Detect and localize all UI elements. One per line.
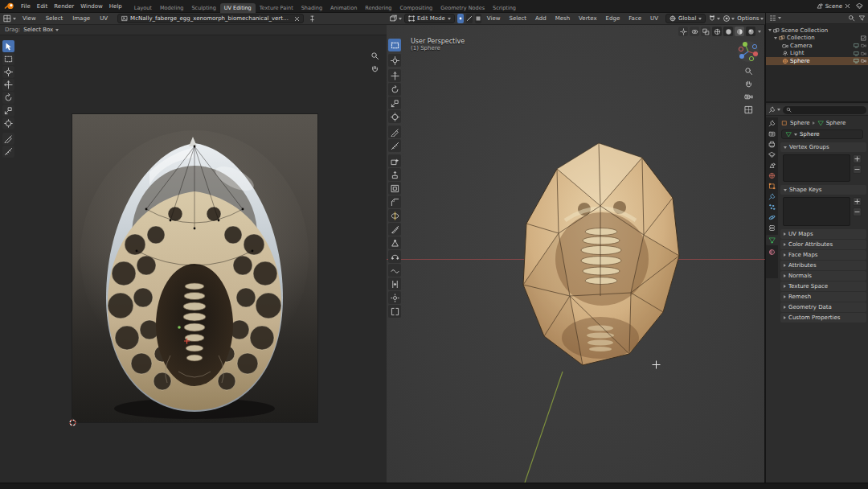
vp-menu-vertex[interactable]: Vertex bbox=[575, 15, 600, 22]
tool-add-cube[interactable] bbox=[388, 154, 401, 167]
mode-dropdown[interactable]: Edit Mode bbox=[404, 14, 455, 23]
tool-move[interactable] bbox=[388, 69, 401, 82]
shape-keys-list[interactable] bbox=[783, 197, 850, 226]
tool-annotate[interactable] bbox=[388, 125, 401, 138]
tool-move[interactable] bbox=[2, 79, 14, 91]
panel-header-uv-maps[interactable]: UV Maps bbox=[780, 229, 866, 239]
image-pin-icon[interactable] bbox=[309, 15, 316, 23]
tool-poly-build[interactable] bbox=[388, 236, 401, 249]
options-dropdown[interactable]: Options bbox=[737, 15, 764, 22]
tab-view-layer-icon[interactable] bbox=[768, 151, 776, 158]
snapping-控[interactable] bbox=[708, 14, 720, 23]
vp-menu-face[interactable]: Face bbox=[625, 15, 645, 22]
gizmos-toggle-icon[interactable] bbox=[678, 27, 688, 36]
mesh-name-field[interactable]: Sphere bbox=[781, 129, 863, 139]
tool-inset-faces[interactable] bbox=[388, 182, 401, 195]
panel-header-attributes[interactable]: Attributes bbox=[780, 261, 866, 270]
workspace-tab-sculpting[interactable]: Sculpting bbox=[187, 3, 219, 13]
pan-hand-icon[interactable] bbox=[369, 63, 381, 75]
render-visibility-icon[interactable] bbox=[861, 43, 866, 48]
snap-magnet-icon[interactable] bbox=[708, 14, 716, 23]
proportional-editing-control[interactable] bbox=[723, 14, 735, 23]
uv-canvas[interactable] bbox=[0, 35, 387, 483]
workspace-tab-compositing[interactable]: Compositing bbox=[395, 3, 436, 13]
drag-tool-dropdown[interactable]: Select Box bbox=[23, 27, 59, 33]
panel-header-shape-keys[interactable]: Shape Keys bbox=[780, 185, 866, 195]
uv-menu-image[interactable]: Image bbox=[69, 15, 93, 22]
vp-menu-add[interactable]: Add bbox=[532, 15, 550, 22]
breadcrumb-object[interactable]: Sphere bbox=[790, 120, 810, 126]
tab-material-icon[interactable] bbox=[768, 249, 776, 256]
filter-icon[interactable] bbox=[858, 14, 866, 22]
add-vertex-group-button[interactable] bbox=[853, 154, 862, 163]
tool-measure[interactable] bbox=[2, 146, 14, 158]
visibility-screen-icon[interactable] bbox=[854, 58, 859, 64]
tool-measure[interactable] bbox=[388, 139, 401, 152]
visibility-screen-icon[interactable] bbox=[854, 43, 859, 48]
tool-select-box[interactable] bbox=[388, 39, 401, 51]
tool-rotate[interactable] bbox=[2, 92, 14, 104]
workspace-tab-animation[interactable]: Animation bbox=[326, 3, 361, 13]
panel-header-custom-properties[interactable]: Custom Properties bbox=[780, 313, 866, 323]
uv-2d-cursor-icon[interactable] bbox=[68, 417, 78, 428]
tool-shrink-fatten[interactable] bbox=[388, 291, 401, 304]
editor-type-button[interactable] bbox=[769, 14, 781, 22]
menu-help[interactable]: Help bbox=[106, 3, 125, 10]
select-mode-vertex[interactable] bbox=[457, 14, 464, 23]
tool-transform[interactable] bbox=[388, 110, 401, 123]
proportional-editing-icon[interactable] bbox=[723, 14, 731, 23]
vp-menu-uv[interactable]: UV bbox=[647, 15, 661, 22]
search-icon[interactable] bbox=[848, 14, 855, 22]
tab-tool-icon[interactable] bbox=[768, 120, 776, 127]
shading-rendered-icon[interactable] bbox=[746, 27, 755, 36]
tab-physics-icon[interactable] bbox=[768, 214, 776, 221]
tool-transform[interactable] bbox=[2, 117, 14, 129]
tool-knife[interactable] bbox=[388, 223, 401, 236]
zoom-icon[interactable] bbox=[744, 67, 753, 76]
menu-render[interactable]: Render bbox=[51, 3, 77, 10]
workspace-tab-scripting[interactable]: Scripting bbox=[489, 3, 520, 13]
camera-view-icon[interactable] bbox=[744, 92, 753, 101]
tab-scene-icon[interactable] bbox=[768, 162, 776, 169]
tool-cursor-3d[interactable] bbox=[388, 54, 401, 67]
menu-file[interactable]: File bbox=[18, 3, 34, 10]
unlink-image-icon[interactable] bbox=[294, 16, 300, 22]
image-datablock-field[interactable]: McNally_faberge_egg_xenomorph_biomechani… bbox=[117, 14, 304, 23]
workspace-tab-shading[interactable]: Shading bbox=[297, 3, 326, 13]
remove-shape-key-button[interactable] bbox=[853, 208, 862, 216]
tool-annotate[interactable] bbox=[2, 133, 14, 145]
shading-material-icon[interactable] bbox=[735, 27, 744, 36]
tool-edge-slide[interactable] bbox=[388, 277, 401, 290]
workspace-tab-modeling[interactable]: Modeling bbox=[156, 3, 188, 13]
panel-header-geometry-data[interactable]: Geometry Data bbox=[780, 302, 866, 312]
checkbox-icon[interactable] bbox=[861, 35, 866, 41]
tab-render-icon[interactable] bbox=[768, 130, 776, 138]
menu-edit[interactable]: Edit bbox=[34, 3, 51, 10]
panel-header-color-attributes[interactable]: Color Attributes bbox=[780, 240, 866, 249]
visibility-screen-icon[interactable] bbox=[854, 51, 859, 56]
tool-select-box[interactable] bbox=[2, 53, 14, 65]
uv-menu-view[interactable]: View bbox=[19, 15, 39, 22]
editor-type-button[interactable] bbox=[768, 106, 780, 113]
workspace-tab-rendering[interactable]: Rendering bbox=[361, 3, 395, 13]
vp-menu-select[interactable]: Select bbox=[506, 15, 530, 22]
vertex-groups-list[interactable] bbox=[783, 154, 850, 182]
view-layer-icon[interactable] bbox=[856, 2, 863, 10]
panel-header-texture-space[interactable]: Texture Space bbox=[780, 281, 866, 291]
outliner-row-collection[interactable]: Collection bbox=[766, 35, 868, 43]
vp-menu-edge[interactable]: Edge bbox=[603, 15, 624, 22]
outliner-row-light[interactable]: Light bbox=[766, 50, 868, 58]
tab-output-icon[interactable] bbox=[768, 141, 776, 148]
tool-cursor[interactable] bbox=[2, 66, 14, 78]
select-mode-edge[interactable] bbox=[466, 14, 473, 23]
render-visibility-icon[interactable] bbox=[861, 51, 866, 56]
tool-loop-cut[interactable] bbox=[388, 209, 401, 222]
select-mode-face[interactable] bbox=[475, 14, 481, 23]
blender-logo-icon[interactable] bbox=[4, 2, 14, 10]
panel-header-vertex-groups[interactable]: Vertex Groups bbox=[780, 142, 866, 152]
breadcrumb-data[interactable]: Sphere bbox=[826, 120, 846, 126]
uv-menu-select[interactable]: Select bbox=[43, 15, 67, 22]
close-icon[interactable] bbox=[845, 3, 850, 9]
zoom-icon[interactable] bbox=[369, 50, 381, 62]
uv-menu-uv[interactable]: UV bbox=[96, 15, 111, 22]
